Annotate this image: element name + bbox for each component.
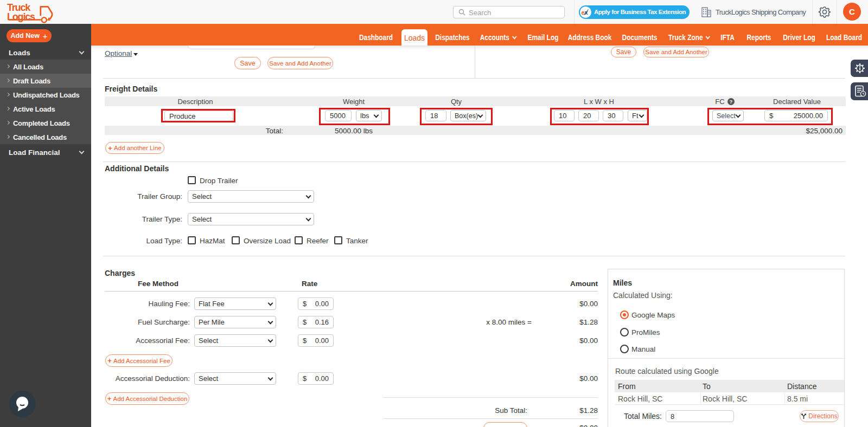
svg-text:Logics: Logics: [7, 11, 35, 22]
